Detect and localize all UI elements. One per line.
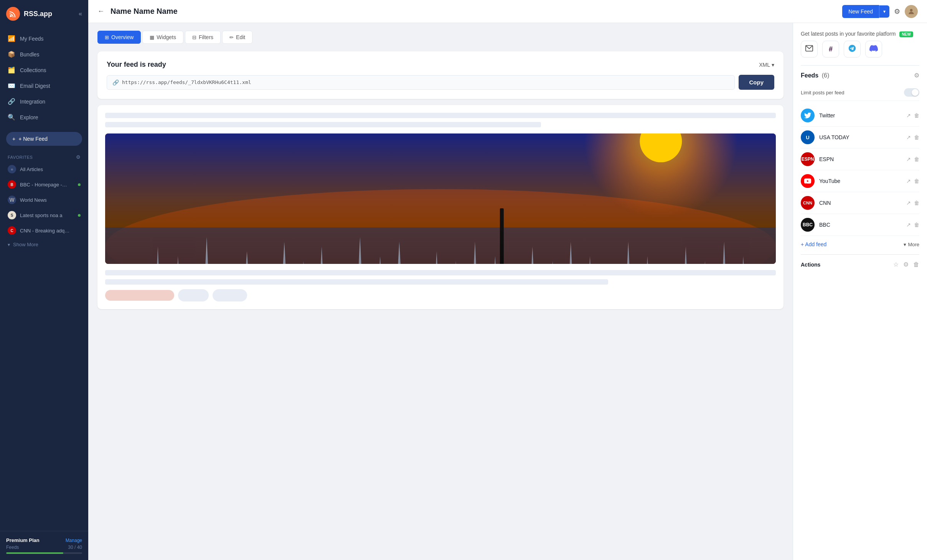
tab-overview[interactable]: ⊞ Overview	[97, 31, 141, 44]
twitter-feed-icon	[801, 109, 815, 122]
plan-progress-bar-fill	[6, 552, 63, 554]
feed-item-label: CNN - Breaking adq…	[20, 228, 69, 234]
actions-row: Actions ☆ ⚙ 🗑	[801, 261, 919, 268]
espn-feed-open-button[interactable]: ↗	[906, 156, 911, 162]
favorites-settings-icon[interactable]: ⚙	[76, 154, 81, 160]
more-label: More	[908, 242, 919, 247]
settings-action-button[interactable]: ⚙	[903, 261, 909, 268]
bbc-feed-open-button[interactable]: ↗	[906, 222, 911, 228]
feed-ready-card: Your feed is ready XML ▾ 🔗 https://rss.a…	[97, 51, 783, 99]
sidebar-feed-bbc[interactable]: B BBC - Homepage -…	[0, 177, 88, 192]
show-more-label: Show More	[13, 242, 38, 247]
header-settings-button[interactable]: ⚙	[894, 7, 900, 16]
trash-icon: 🗑	[914, 222, 919, 228]
sidebar-feed-latest-sports[interactable]: S Latest sports noa a	[0, 208, 88, 223]
bbc-feed-delete-button[interactable]: 🗑	[914, 222, 919, 228]
usa-today-feed-open-button[interactable]: ↗	[906, 134, 911, 140]
new-feed-button-group: New Feed ▾	[842, 5, 889, 18]
widgets-tab-icon: ▦	[150, 35, 154, 40]
center-panel: ⊞ Overview ▦ Widgets ⊟ Filters ✏ Edit	[88, 23, 793, 560]
skeleton-tag	[105, 290, 174, 301]
tab-filters-label: Filters	[199, 34, 213, 40]
favorite-action-button[interactable]: ☆	[893, 261, 899, 268]
discord-platform-button[interactable]	[865, 41, 882, 58]
telegram-platform-button[interactable]	[844, 41, 861, 58]
usa-today-feed-delete-button[interactable]: 🗑	[914, 134, 919, 140]
plan-feeds-label: Feeds	[6, 545, 19, 550]
more-button[interactable]: ▾ More	[904, 242, 919, 247]
new-feed-dropdown-button[interactable]: ▾	[879, 5, 889, 18]
feeds-count: (6)	[822, 72, 830, 79]
youtube-feed-delete-button[interactable]: 🗑	[914, 178, 919, 184]
external-link-icon: ↗	[906, 178, 911, 184]
external-link-icon: ↗	[906, 200, 911, 206]
bbc-feed-actions: ↗ 🗑	[906, 222, 919, 228]
feeds-title: Feeds (6)	[801, 72, 829, 79]
divider	[801, 65, 919, 66]
twitter-feed-open-button[interactable]: ↗	[906, 112, 911, 119]
sidebar-feed-world-news[interactable]: W World News	[0, 192, 88, 208]
gear-icon: ⚙	[894, 8, 900, 15]
sidebar-item-bundles[interactable]: 📦 Bundles	[0, 46, 88, 62]
espn-feed-delete-button[interactable]: 🗑	[914, 156, 919, 162]
tab-edit[interactable]: ✏ Edit	[222, 31, 252, 44]
skeleton-btn-2	[213, 289, 247, 301]
email-platform-button[interactable]	[801, 41, 818, 58]
new-feed-sidebar-button[interactable]: + + New Feed	[6, 132, 82, 146]
back-button[interactable]: ←	[97, 7, 104, 15]
youtube-feed-open-button[interactable]: ↗	[906, 178, 911, 184]
preview-card	[97, 105, 783, 309]
plan-manage-button[interactable]: Manage	[66, 538, 82, 543]
slack-platform-button[interactable]: #	[822, 41, 839, 58]
user-avatar[interactable]	[905, 5, 918, 18]
skeleton-line-2	[105, 122, 541, 127]
feed-url-row: 🔗 https://rss.app/feeds/_7ldxbVKRHu6C4t1…	[107, 75, 774, 90]
right-panel: Get latest posts in your favorite platfo…	[793, 23, 927, 560]
new-feed-header-button[interactable]: New Feed	[842, 5, 879, 18]
limit-posts-label: Limit posts per feed	[801, 90, 844, 96]
sidebar-item-email-digest[interactable]: ✉️ Email Digest	[0, 78, 88, 94]
feed-list-item-youtube: YouTube ↗ 🗑	[801, 170, 919, 192]
favorites-label: Favorites	[8, 155, 33, 160]
sidebar-item-label: Email Digest	[20, 83, 50, 89]
tab-widgets[interactable]: ▦ Widgets	[142, 31, 183, 44]
platform-icons: #	[801, 41, 919, 58]
preview-image	[105, 133, 776, 264]
sidebar-feed-cnn[interactable]: C CNN - Breaking adq…	[0, 223, 88, 238]
feeds-settings-button[interactable]: ⚙	[914, 72, 919, 79]
limit-posts-toggle[interactable]	[904, 88, 919, 97]
copy-button[interactable]: Copy	[739, 75, 775, 90]
sidebar-feed-all-articles[interactable]: ○ All Articles	[0, 161, 88, 177]
twitter-feed-delete-button[interactable]: 🗑	[914, 112, 919, 119]
feed-url-display: 🔗 https://rss.app/feeds/_7ldxbVKRHu6C4t1…	[107, 75, 735, 90]
external-link-icon: ↗	[906, 112, 911, 119]
sidebar-item-integration[interactable]: 🔗 Integration	[0, 94, 88, 109]
filters-tab-icon: ⊟	[192, 35, 196, 40]
cnn-feed-open-button[interactable]: ↗	[906, 200, 911, 206]
delete-action-button[interactable]: 🗑	[913, 261, 919, 268]
overview-tab-icon: ⊞	[105, 35, 109, 40]
youtube-feed-actions: ↗ 🗑	[906, 178, 919, 184]
sidebar-item-label: Explore	[20, 114, 38, 120]
cnn-feed-delete-button[interactable]: 🗑	[914, 200, 919, 206]
app-name: RSS.app	[24, 10, 52, 18]
usa-today-feed-name: USA TODAY	[819, 134, 902, 140]
world-news-avatar: W	[8, 196, 16, 204]
skeleton-action-row	[105, 289, 776, 301]
platform-title-text: Get latest posts in your favorite platfo…	[801, 31, 896, 37]
skeleton-line-3	[105, 270, 776, 275]
chevron-down-icon: ▾	[883, 9, 886, 14]
sidebar-item-explore[interactable]: 🔍 Explore	[0, 109, 88, 125]
add-feed-button[interactable]: + Add feed	[801, 241, 826, 247]
slack-icon: #	[829, 45, 833, 53]
svg-point-1	[910, 9, 913, 12]
sidebar-item-collections[interactable]: 🗂️ Collections	[0, 62, 88, 78]
sidebar-collapse-button[interactable]: «	[79, 10, 82, 17]
content-area: ⊞ Overview ▦ Widgets ⊟ Filters ✏ Edit	[88, 23, 927, 560]
external-link-icon: ↗	[906, 222, 911, 228]
tab-filters[interactable]: ⊟ Filters	[185, 31, 221, 44]
chevron-down-icon: ▾	[8, 242, 10, 247]
sidebar-item-my-feeds[interactable]: 📶 My Feeds	[0, 31, 88, 46]
show-more-item[interactable]: ▾ Show More	[0, 238, 88, 251]
xml-format-selector[interactable]: XML ▾	[759, 62, 774, 68]
